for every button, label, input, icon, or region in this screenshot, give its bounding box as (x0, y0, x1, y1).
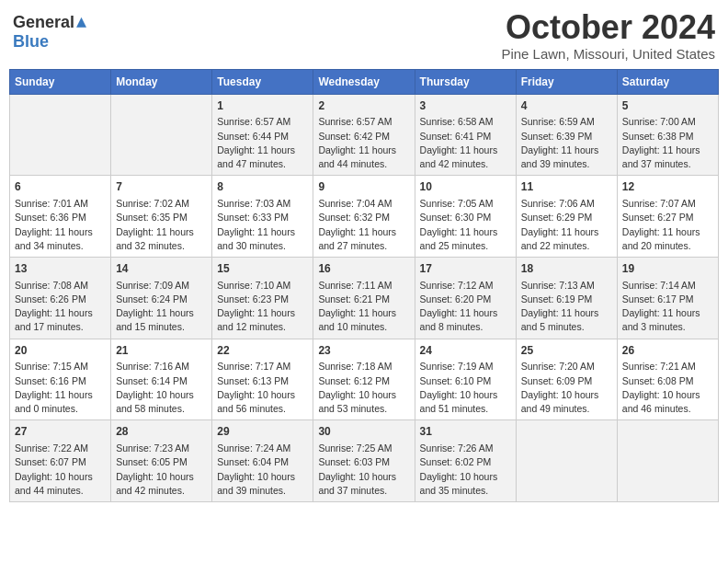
calendar-cell: 1Sunrise: 6:57 AMSunset: 6:44 PMDaylight… (212, 94, 313, 176)
calendar-cell: 4Sunrise: 6:59 AMSunset: 6:39 PMDaylight… (516, 94, 617, 176)
cell-content: Sunrise: 7:03 AMSunset: 6:33 PMDaylight:… (217, 197, 308, 253)
calendar-cell: 11Sunrise: 7:06 AMSunset: 6:29 PMDayligh… (516, 176, 617, 258)
calendar-cell (617, 420, 718, 502)
calendar-cell: 28Sunrise: 7:23 AMSunset: 6:05 PMDayligh… (111, 420, 212, 502)
calendar-cell: 24Sunrise: 7:19 AMSunset: 6:10 PMDayligh… (415, 339, 516, 420)
cell-content: Sunrise: 7:01 AMSunset: 6:36 PMDaylight:… (15, 197, 106, 253)
cell-content: Sunrise: 7:24 AMSunset: 6:04 PMDaylight:… (217, 442, 308, 498)
day-number: 23 (318, 343, 409, 359)
day-number: 28 (116, 424, 207, 440)
calendar-cell: 15Sunrise: 7:10 AMSunset: 6:23 PMDayligh… (212, 257, 313, 339)
title-area: October 2024 Pine Lawn, Missouri, United… (501, 9, 715, 62)
day-number: 11 (521, 179, 612, 195)
calendar-cell: 23Sunrise: 7:18 AMSunset: 6:12 PMDayligh… (313, 339, 415, 420)
location-title: Pine Lawn, Missouri, United States (501, 46, 715, 62)
weekday-header-wednesday: Wednesday (313, 69, 415, 94)
day-number: 25 (521, 343, 612, 359)
cell-content: Sunrise: 6:58 AMSunset: 6:41 PMDaylight:… (420, 115, 511, 171)
day-number: 30 (318, 424, 409, 440)
day-number: 27 (15, 424, 106, 440)
calendar-cell: 31Sunrise: 7:26 AMSunset: 6:02 PMDayligh… (415, 420, 516, 502)
day-number: 5 (622, 98, 713, 114)
cell-content: Sunrise: 7:20 AMSunset: 6:09 PMDaylight:… (521, 360, 612, 416)
cell-content: Sunrise: 7:00 AMSunset: 6:38 PMDaylight:… (622, 115, 713, 171)
weekday-header-thursday: Thursday (415, 69, 516, 94)
day-number: 6 (15, 179, 106, 195)
calendar-cell (516, 420, 617, 502)
calendar-cell: 5Sunrise: 7:00 AMSunset: 6:38 PMDaylight… (617, 94, 718, 176)
logo: General▴ Blue (13, 9, 86, 51)
cell-content: Sunrise: 7:09 AMSunset: 6:24 PMDaylight:… (116, 279, 207, 335)
weekday-header-sunday: Sunday (10, 69, 111, 94)
calendar-cell: 3Sunrise: 6:58 AMSunset: 6:41 PMDaylight… (415, 94, 516, 176)
calendar-cell: 25Sunrise: 7:20 AMSunset: 6:09 PMDayligh… (516, 339, 617, 420)
calendar-cell (111, 94, 212, 176)
cell-content: Sunrise: 7:23 AMSunset: 6:05 PMDaylight:… (116, 442, 207, 498)
day-number: 10 (420, 179, 511, 195)
week-row-4: 20Sunrise: 7:15 AMSunset: 6:16 PMDayligh… (10, 339, 719, 420)
cell-content: Sunrise: 7:05 AMSunset: 6:30 PMDaylight:… (420, 197, 511, 253)
calendar-cell: 19Sunrise: 7:14 AMSunset: 6:17 PMDayligh… (617, 257, 718, 339)
calendar-cell: 12Sunrise: 7:07 AMSunset: 6:27 PMDayligh… (617, 176, 718, 258)
calendar-cell: 22Sunrise: 7:17 AMSunset: 6:13 PMDayligh… (212, 339, 313, 420)
cell-content: Sunrise: 6:57 AMSunset: 6:44 PMDaylight:… (217, 115, 308, 171)
day-number: 26 (622, 343, 713, 359)
cell-content: Sunrise: 7:02 AMSunset: 6:35 PMDaylight:… (116, 197, 207, 253)
weekday-header-saturday: Saturday (617, 69, 718, 94)
cell-content: Sunrise: 7:17 AMSunset: 6:13 PMDaylight:… (217, 360, 308, 416)
cell-content: Sunrise: 7:18 AMSunset: 6:12 PMDaylight:… (318, 360, 409, 416)
cell-content: Sunrise: 7:06 AMSunset: 6:29 PMDaylight:… (521, 197, 612, 253)
day-number: 18 (521, 261, 612, 277)
day-number: 1 (217, 98, 308, 114)
cell-content: Sunrise: 7:11 AMSunset: 6:21 PMDaylight:… (318, 279, 409, 335)
day-number: 9 (318, 179, 409, 195)
day-number: 24 (420, 343, 511, 359)
cell-content: Sunrise: 7:12 AMSunset: 6:20 PMDaylight:… (420, 279, 511, 335)
week-row-1: 1Sunrise: 6:57 AMSunset: 6:44 PMDaylight… (10, 94, 719, 176)
day-number: 29 (217, 424, 308, 440)
calendar-cell: 9Sunrise: 7:04 AMSunset: 6:32 PMDaylight… (313, 176, 415, 258)
day-number: 4 (521, 98, 612, 114)
cell-content: Sunrise: 6:57 AMSunset: 6:42 PMDaylight:… (318, 115, 409, 171)
calendar-cell: 8Sunrise: 7:03 AMSunset: 6:33 PMDaylight… (212, 176, 313, 258)
day-number: 13 (15, 261, 106, 277)
calendar-cell: 26Sunrise: 7:21 AMSunset: 6:08 PMDayligh… (617, 339, 718, 420)
weekday-header-tuesday: Tuesday (212, 69, 313, 94)
weekday-header-row: SundayMondayTuesdayWednesdayThursdayFrid… (10, 69, 719, 94)
calendar-cell: 14Sunrise: 7:09 AMSunset: 6:24 PMDayligh… (111, 257, 212, 339)
calendar-cell: 30Sunrise: 7:25 AMSunset: 6:03 PMDayligh… (313, 420, 415, 502)
logo-icon: ▴ (76, 9, 86, 32)
weekday-header-friday: Friday (516, 69, 617, 94)
day-number: 2 (318, 98, 409, 114)
calendar-body: 1Sunrise: 6:57 AMSunset: 6:44 PMDaylight… (10, 94, 719, 501)
day-number: 20 (15, 343, 106, 359)
week-row-5: 27Sunrise: 7:22 AMSunset: 6:07 PMDayligh… (10, 420, 719, 502)
calendar-cell: 20Sunrise: 7:15 AMSunset: 6:16 PMDayligh… (10, 339, 111, 420)
day-number: 31 (420, 424, 511, 440)
day-number: 21 (116, 343, 207, 359)
cell-content: Sunrise: 6:59 AMSunset: 6:39 PMDaylight:… (521, 115, 612, 171)
cell-content: Sunrise: 7:19 AMSunset: 6:10 PMDaylight:… (420, 360, 511, 416)
calendar-cell: 6Sunrise: 7:01 AMSunset: 6:36 PMDaylight… (10, 176, 111, 258)
cell-content: Sunrise: 7:08 AMSunset: 6:26 PMDaylight:… (15, 279, 106, 335)
calendar-cell: 27Sunrise: 7:22 AMSunset: 6:07 PMDayligh… (10, 420, 111, 502)
day-number: 15 (217, 261, 308, 277)
cell-content: Sunrise: 7:21 AMSunset: 6:08 PMDaylight:… (622, 360, 713, 416)
day-number: 8 (217, 179, 308, 195)
weekday-header-monday: Monday (111, 69, 212, 94)
calendar-cell: 18Sunrise: 7:13 AMSunset: 6:19 PMDayligh… (516, 257, 617, 339)
calendar-table: SundayMondayTuesdayWednesdayThursdayFrid… (9, 69, 719, 502)
calendar-cell: 16Sunrise: 7:11 AMSunset: 6:21 PMDayligh… (313, 257, 415, 339)
week-row-3: 13Sunrise: 7:08 AMSunset: 6:26 PMDayligh… (10, 257, 719, 339)
day-number: 14 (116, 261, 207, 277)
cell-content: Sunrise: 7:15 AMSunset: 6:16 PMDaylight:… (15, 360, 106, 416)
day-number: 12 (622, 179, 713, 195)
logo-text-general: General (13, 13, 74, 31)
cell-content: Sunrise: 7:13 AMSunset: 6:19 PMDaylight:… (521, 279, 612, 335)
calendar-cell (10, 94, 111, 176)
day-number: 7 (116, 179, 207, 195)
day-number: 17 (420, 261, 511, 277)
day-number: 19 (622, 261, 713, 277)
calendar-cell: 29Sunrise: 7:24 AMSunset: 6:04 PMDayligh… (212, 420, 313, 502)
day-number: 22 (217, 343, 308, 359)
